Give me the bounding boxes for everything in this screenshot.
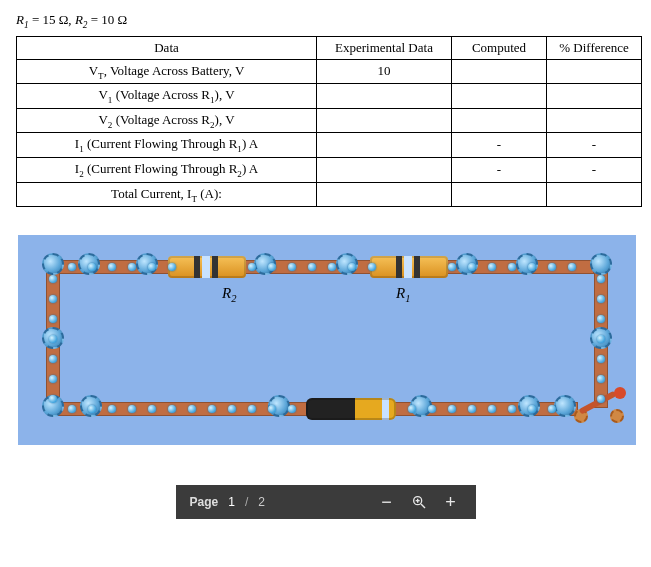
cell-difference [547, 84, 642, 109]
row-label: I1 (Current Flowing Through R1) A [17, 133, 317, 158]
table-row: V2 (Voltage Across R2), V [17, 108, 642, 133]
cell-computed [452, 182, 547, 207]
page-total: 2 [258, 495, 265, 509]
magnifier-plus-icon [411, 494, 427, 510]
cell-difference: - [547, 133, 642, 158]
cell-difference [547, 182, 642, 207]
cell-difference: - [547, 157, 642, 182]
resistor-r1 [370, 256, 448, 278]
cell-experimental [317, 182, 452, 207]
resistor-r1-label: R1 [396, 285, 410, 304]
r1-symbol: R1 [16, 12, 29, 27]
col-experimental: Experimental Data [317, 36, 452, 59]
zoom-in-button[interactable]: + [440, 491, 462, 513]
zoom-reset-button[interactable] [408, 491, 430, 513]
row-label: V2 (Voltage Across R2), V [17, 108, 317, 133]
resistor-parameters: R1 = 15 Ω, R2 = 10 Ω [12, 8, 639, 36]
page-label: Page [190, 495, 219, 509]
cell-computed: - [452, 157, 547, 182]
row-label: I2 (Current Flowing Through R2) A [17, 157, 317, 182]
circuit-diagram: R2 R1 [18, 235, 636, 445]
table-row: Total Current, IT (A): [17, 182, 642, 207]
col-difference: % Difference [547, 36, 642, 59]
cell-experimental [317, 157, 452, 182]
cell-computed: - [452, 133, 547, 158]
cell-computed [452, 108, 547, 133]
cell-computed [452, 59, 547, 84]
row-label: Total Current, IT (A): [17, 182, 317, 207]
page-current: 1 [228, 495, 235, 509]
r1-value: = 15 Ω, [29, 12, 75, 27]
cell-difference [547, 59, 642, 84]
zoom-out-button[interactable]: − [376, 491, 398, 513]
pdf-toolbar: Page 1 / 2 − + [176, 485, 476, 519]
r2-value: = 10 Ω [88, 12, 128, 27]
svg-line-1 [421, 504, 425, 508]
col-data: Data [17, 36, 317, 59]
row-label: VT, Voltage Across Battery, V [17, 59, 317, 84]
table-row: I1 (Current Flowing Through R1) A-- [17, 133, 642, 158]
row-label: V1 (Voltage Across R1), V [17, 84, 317, 109]
r2-symbol: R2 [75, 12, 88, 27]
cell-experimental [317, 84, 452, 109]
cell-experimental: 10 [317, 59, 452, 84]
table-row: I2 (Current Flowing Through R2) A-- [17, 157, 642, 182]
table-row: VT, Voltage Across Battery, V10 [17, 59, 642, 84]
resistor-r2-label: R2 [222, 285, 236, 304]
page-slash: / [245, 495, 248, 509]
measurements-table: Data Experimental Data Computed % Differ… [16, 36, 642, 208]
cell-experimental [317, 133, 452, 158]
cell-experimental [317, 108, 452, 133]
cell-computed [452, 84, 547, 109]
resistor-r2 [168, 256, 246, 278]
table-row: V1 (Voltage Across R1), V [17, 84, 642, 109]
col-computed: Computed [452, 36, 547, 59]
cell-difference [547, 108, 642, 133]
battery [306, 398, 396, 420]
